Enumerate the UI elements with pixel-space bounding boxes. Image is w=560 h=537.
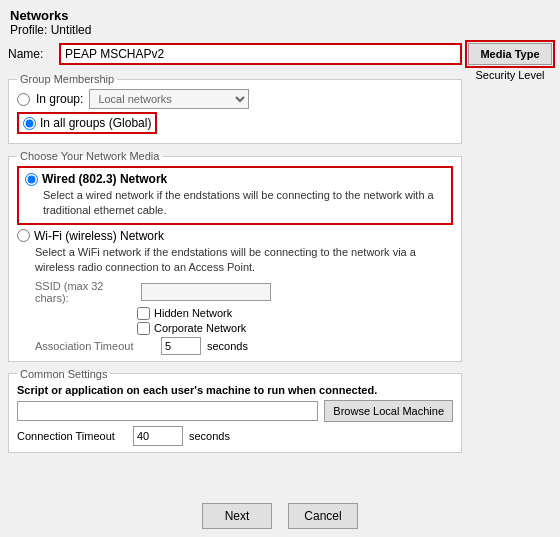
wifi-desc: Select a WiFi network if the endstations… (35, 245, 453, 276)
media-type-button[interactable]: Media Type (468, 43, 552, 65)
group-membership-legend: Group Membership (17, 73, 117, 85)
wifi-radio[interactable] (17, 229, 30, 242)
name-label: Name: (8, 47, 53, 61)
in-group-radio[interactable] (17, 93, 30, 106)
all-groups-highlight: In all groups (Global) (17, 112, 157, 134)
all-groups-row: In all groups (Global) (17, 112, 453, 134)
all-groups-radio[interactable] (23, 117, 36, 130)
security-level-label: Security Level (468, 69, 552, 81)
ssid-row: SSID (max 32 chars): (35, 280, 453, 304)
common-settings-legend: Common Settings (17, 368, 110, 380)
name-input[interactable] (59, 43, 462, 65)
all-groups-label: In all groups (Global) (40, 116, 151, 130)
window-header: Networks Profile: Untitled (0, 0, 560, 39)
wifi-option: Wi-Fi (wireless) Network Select a WiFi n… (17, 229, 453, 355)
bottom-bar: Next Cancel (0, 495, 560, 537)
in-group-label: In group: (36, 92, 83, 106)
timeout-label: Connection Timeout (17, 430, 127, 442)
script-label: Script or application on each user's mac… (17, 384, 453, 396)
group-select[interactable]: Local networks (89, 89, 249, 109)
timeout-row: Connection Timeout seconds (17, 426, 453, 446)
wifi-label: Wi-Fi (wireless) Network (34, 229, 164, 243)
script-input[interactable] (17, 401, 318, 421)
subtitle-prefix: Profile: (10, 23, 47, 37)
corporate-network-row: Corporate Network (137, 322, 453, 335)
cancel-button[interactable]: Cancel (288, 503, 358, 529)
timeout-unit: seconds (189, 430, 230, 442)
assoc-timeout-row: Association Timeout seconds (35, 337, 453, 355)
assoc-timeout-input[interactable] (161, 337, 201, 355)
wifi-label-row: Wi-Fi (wireless) Network (17, 229, 453, 243)
wired-option-box: Wired (802.3) Network Select a wired net… (17, 166, 453, 225)
timeout-input[interactable] (133, 426, 183, 446)
wired-desc: Select a wired network if the endstation… (43, 188, 445, 219)
hidden-network-label: Hidden Network (154, 307, 232, 319)
window-title: Networks (10, 8, 550, 23)
corporate-network-label: Corporate Network (154, 322, 246, 334)
subtitle-profile: Untitled (51, 23, 92, 37)
right-panel: Media Type Security Level (462, 43, 552, 491)
network-media-section: Choose Your Network Media Wired (802.3) … (8, 150, 462, 362)
hidden-network-row: Hidden Network (137, 307, 453, 320)
script-row: Browse Local Machine (17, 400, 453, 422)
next-button[interactable]: Next (202, 503, 272, 529)
assoc-timeout-label: Association Timeout (35, 340, 155, 352)
in-group-row: In group: Local networks (17, 89, 453, 109)
wired-radio[interactable] (25, 173, 38, 186)
ssid-label: SSID (max 32 chars): (35, 280, 135, 304)
common-settings-section: Common Settings Script or application on… (8, 368, 462, 453)
window-subtitle: Profile: Untitled (10, 23, 550, 37)
content-area: Name: Group Membership In group: Local n… (0, 39, 560, 495)
window: Networks Profile: Untitled Name: Group M… (0, 0, 560, 537)
wired-label: Wired (802.3) Network (42, 172, 167, 186)
corporate-network-checkbox[interactable] (137, 322, 150, 335)
ssid-input[interactable] (141, 283, 271, 301)
group-membership-section: Group Membership In group: Local network… (8, 73, 462, 144)
browse-button[interactable]: Browse Local Machine (324, 400, 453, 422)
main-panel: Name: Group Membership In group: Local n… (8, 43, 462, 491)
name-row: Name: (8, 43, 462, 65)
hidden-network-checkbox[interactable] (137, 307, 150, 320)
wired-option-label-row: Wired (802.3) Network (25, 172, 445, 186)
assoc-timeout-unit: seconds (207, 340, 248, 352)
network-media-legend: Choose Your Network Media (17, 150, 162, 162)
